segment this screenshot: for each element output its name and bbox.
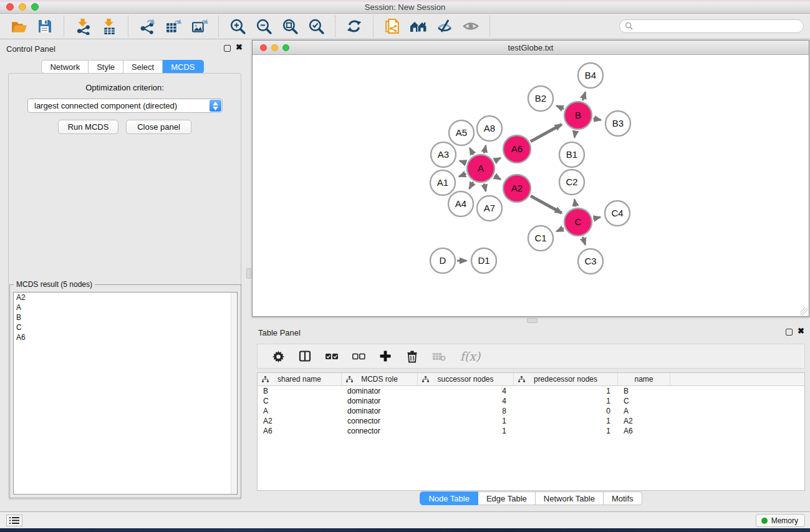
table-cell[interactable]: connector — [342, 426, 418, 436]
graph-edge-B-B3[interactable] — [593, 118, 600, 120]
export-table-button[interactable] — [160, 16, 186, 36]
table-cell[interactable]: 1 — [514, 386, 618, 396]
graph-node-A6[interactable]: A6 — [503, 135, 531, 163]
tab-network[interactable]: Network — [41, 60, 89, 74]
table-cell[interactable]: 1 — [514, 416, 618, 426]
tab-motifs[interactable]: Motifs — [604, 491, 642, 505]
graph-node-A7[interactable]: A7 — [477, 196, 502, 221]
graph-node-B1[interactable]: B1 — [559, 142, 584, 167]
zoom-in-button[interactable] — [224, 16, 251, 36]
graph-edge-A-A3[interactable] — [460, 161, 466, 163]
graph-edge-A-A4[interactable] — [470, 182, 473, 189]
tab-network-table[interactable]: Network Table — [536, 491, 604, 505]
import-network-button[interactable] — [70, 16, 96, 36]
delete-column-button[interactable] — [402, 347, 423, 365]
graph-node-A4[interactable]: A4 — [448, 191, 473, 216]
mcds-result-list[interactable]: A2ABCA6 — [13, 292, 238, 495]
graph-edge-A-A6[interactable] — [494, 158, 500, 161]
table-cell[interactable]: 0 — [514, 406, 618, 416]
export-image-button[interactable] — [186, 16, 213, 36]
zoom-selected-button[interactable] — [303, 16, 329, 36]
table-cell[interactable]: A — [618, 406, 670, 416]
search-input[interactable] — [634, 22, 798, 31]
result-list-item[interactable]: A2 — [14, 293, 237, 302]
column-header-shared-name[interactable]: shared name — [258, 373, 342, 385]
graph-edge-A-A2[interactable] — [494, 176, 501, 179]
window-resize-grip[interactable] — [800, 307, 808, 316]
show-details-button[interactable] — [458, 16, 484, 36]
control-panel-float-button[interactable] — [224, 45, 231, 52]
column-header-predecessor-nodes[interactable]: predecessor nodes — [514, 373, 618, 385]
table-cell[interactable]: C — [618, 396, 670, 406]
graph-node-C4[interactable]: C4 — [605, 201, 630, 226]
open-session-button[interactable] — [6, 16, 32, 36]
table-panel-close-button[interactable]: ✖ — [798, 327, 804, 336]
network-window-titlebar[interactable]: testGlobe.txt — [253, 41, 809, 55]
import-table-button[interactable] — [96, 16, 122, 36]
run-mcds-button[interactable]: Run MCDS — [58, 120, 118, 134]
vertical-splitter-handle[interactable] — [246, 268, 251, 279]
graph-node-B3[interactable]: B3 — [605, 111, 630, 136]
graph-node-A3[interactable]: A3 — [431, 142, 456, 167]
column-header-MCDS-role[interactable]: MCDS role — [342, 373, 418, 385]
graph-node-C2[interactable]: C2 — [559, 170, 584, 195]
table-cell[interactable]: B — [258, 386, 342, 396]
graph-node-B2[interactable]: B2 — [528, 86, 553, 111]
graph-node-A[interactable]: A — [467, 155, 494, 182]
table-cell[interactable]: connector — [342, 416, 418, 426]
result-list-item[interactable]: C — [14, 322, 237, 332]
result-list-scrollbar[interactable] — [231, 293, 237, 494]
new-network-from-selection-button[interactable] — [379, 16, 405, 36]
table-cell[interactable]: dominator — [342, 406, 418, 416]
node-table[interactable]: shared nameMCDS rolesuccessor nodesprede… — [257, 372, 805, 491]
refresh-button[interactable] — [341, 16, 367, 36]
table-cell[interactable]: B — [618, 386, 670, 396]
tab-style[interactable]: Style — [89, 60, 123, 74]
graph-edge-C-C4[interactable] — [593, 217, 600, 219]
table-cell[interactable]: 4 — [418, 396, 514, 406]
table-cell[interactable]: 4 — [418, 386, 514, 396]
graph-node-A8[interactable]: A8 — [477, 116, 502, 141]
graph-edge-A2-C[interactable] — [531, 196, 562, 213]
table-cell[interactable]: A2 — [258, 416, 342, 426]
tab-mcds[interactable]: MCDS — [163, 60, 203, 74]
zoom-out-button[interactable] — [251, 16, 277, 36]
table-settings-button[interactable] — [268, 347, 289, 365]
table-cell[interactable]: 1 — [514, 396, 618, 406]
table-row[interactable]: Bdominator41B — [258, 386, 804, 396]
table-cell[interactable]: dominator — [342, 396, 418, 406]
graph-edge-C-C3[interactable] — [583, 237, 586, 244]
select-all-button[interactable] — [321, 347, 342, 365]
table-cell[interactable]: 1 — [418, 426, 514, 436]
graph-node-B[interactable]: B — [564, 102, 592, 129]
task-history-button[interactable] — [6, 515, 22, 526]
graph-edge-A-A8[interactable] — [484, 145, 486, 153]
graph-node-D1[interactable]: D1 — [471, 248, 496, 273]
table-cell[interactable]: dominator — [342, 386, 418, 396]
graph-edge-A-A5[interactable] — [470, 148, 473, 155]
tab-node-table[interactable]: Node Table — [420, 491, 478, 505]
table-row[interactable]: A6connector11A6 — [258, 426, 804, 436]
graph-node-B4[interactable]: B4 — [578, 63, 603, 88]
graph-node-A1[interactable]: A1 — [430, 170, 455, 195]
close-panel-button[interactable]: Close panel — [126, 120, 191, 134]
tab-select[interactable]: Select — [123, 60, 163, 74]
graph-edge-C-C1[interactable] — [557, 228, 564, 231]
graph-node-A2[interactable]: A2 — [503, 175, 531, 202]
graph-edge-A-A7[interactable] — [484, 183, 486, 191]
horizontal-splitter-handle[interactable] — [527, 318, 538, 323]
optimization-criterion-select[interactable]: largest connected component (directed) — [27, 99, 223, 113]
table-cell[interactable]: C — [258, 396, 342, 406]
table-row[interactable]: Adominator80A — [258, 406, 804, 416]
show-column-button[interactable] — [294, 347, 316, 365]
zoom-fit-button[interactable] — [277, 16, 303, 36]
result-list-item[interactable]: A6 — [14, 332, 237, 342]
table-cell[interactable]: A2 — [618, 416, 670, 426]
table-cell[interactable]: 8 — [418, 406, 514, 416]
graph-node-D[interactable]: D — [430, 248, 455, 273]
graph-node-C3[interactable]: C3 — [578, 249, 603, 274]
result-list-item[interactable]: B — [14, 312, 237, 322]
graph-edge-B-B4[interactable] — [582, 92, 585, 100]
table-row[interactable]: Cdominator41C — [258, 396, 804, 406]
graph-node-A5[interactable]: A5 — [449, 120, 474, 145]
